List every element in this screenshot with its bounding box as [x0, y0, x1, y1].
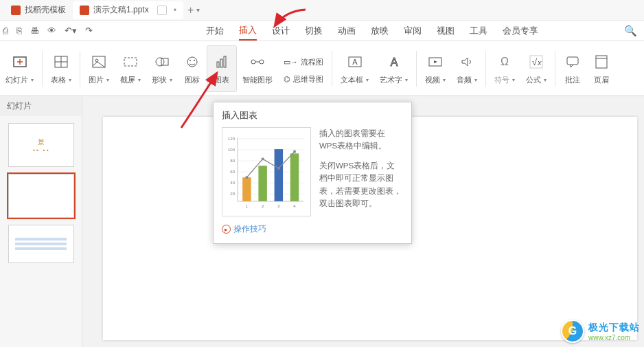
- tooltip-insert-chart: 插入图表 120 100 80 60 40 20: [213, 102, 412, 244]
- svg-text:A: A: [390, 56, 398, 68]
- ribbon-smartart[interactable]: 智能图形: [237, 45, 278, 92]
- svg-text:2: 2: [262, 203, 264, 208]
- svg-rect-44: [242, 177, 251, 201]
- new-tab-button[interactable]: + ▾: [187, 4, 200, 16]
- symbol-icon: Ω: [496, 53, 514, 71]
- ribbon-label: 流程图: [301, 57, 323, 67]
- separator: [80, 51, 80, 87]
- tooltip-para-2: 关闭WPS表格后，文档中即可正常显示图表，若需要更改图表，双击图表即可。: [319, 159, 403, 210]
- ribbon-chart[interactable]: 图表: [207, 45, 237, 92]
- shapes-icon: [153, 53, 171, 71]
- menu-member[interactable]: 会员专享: [503, 21, 538, 41]
- menu-view[interactable]: 视图: [437, 21, 455, 41]
- equation-icon: √x: [527, 53, 545, 71]
- save-icon[interactable]: ⎙: [3, 25, 8, 36]
- docer-icon: [11, 5, 21, 15]
- ribbon-shapes[interactable]: 形状: [146, 45, 178, 92]
- redo-icon[interactable]: ↷: [85, 25, 93, 36]
- menu-transition[interactable]: 切换: [305, 21, 323, 41]
- video-icon: [426, 53, 444, 71]
- ribbon-insert: 幻灯片 表格 图片 截屏 形状 图标 图表 智能图形 ▭→ 流程图 ⌬ 思维导图: [0, 41, 644, 96]
- svg-point-13: [194, 60, 195, 61]
- menu-start[interactable]: 开始: [206, 21, 224, 41]
- main-menu: 开始 插入 设计 切换 动画 放映 审阅 视图 工具 会员专享: [206, 21, 538, 41]
- ribbon-icons[interactable]: 图标: [178, 45, 207, 92]
- ribbon-comment[interactable]: 批注: [558, 45, 587, 92]
- svg-text:40: 40: [230, 180, 235, 185]
- svg-text:x: x: [537, 58, 542, 67]
- svg-text:A: A: [352, 58, 358, 66]
- ribbon-screenshot[interactable]: 截屏: [115, 45, 146, 92]
- slide-thumbnail-3[interactable]: [8, 225, 74, 263]
- ribbon-label: 符号: [494, 75, 515, 85]
- slide-thumbnail-2[interactable]: [8, 174, 74, 218]
- ribbon-equation[interactable]: √x 公式: [520, 45, 552, 92]
- menu-bar: ⎙ ⎘ 🖶 👁 ↶▾ ↷ 开始 插入 设计 切换 动画 放映 审阅 视图 工具 …: [0, 21, 644, 41]
- smartart-icon: [249, 53, 266, 71]
- tab-presentation-1[interactable]: 演示文稿1.pptx •: [73, 1, 183, 19]
- tooltip-tips-link[interactable]: ▸ 操作技巧: [222, 223, 403, 235]
- svg-rect-28: [596, 56, 607, 68]
- svg-text:100: 100: [228, 147, 235, 152]
- search-icon[interactable]: 🔍: [624, 25, 637, 37]
- tab-dot-icon[interactable]: •: [174, 5, 176, 15]
- plus-icon: +: [187, 4, 194, 16]
- print-icon[interactable]: 🖶: [30, 25, 39, 36]
- chevron-down-icon[interactable]: ▾: [196, 6, 200, 14]
- menu-review[interactable]: 审阅: [404, 21, 422, 41]
- menu-slideshow[interactable]: 放映: [371, 21, 389, 41]
- ribbon-new-slide[interactable]: 幻灯片: [0, 45, 39, 92]
- separator: [416, 51, 417, 87]
- undo-icon[interactable]: ↶▾: [65, 25, 77, 36]
- ribbon-table[interactable]: 表格: [45, 45, 77, 92]
- mindmap-icon: ⌬: [284, 75, 290, 84]
- svg-point-18: [260, 60, 264, 64]
- slide-thumbnail-1[interactable]: 景 ▪ ▪ ▪ ▪: [8, 123, 74, 167]
- svg-rect-10: [161, 58, 168, 65]
- svg-text:√: √: [532, 57, 538, 67]
- ribbon-label: 截屏: [120, 75, 141, 85]
- tab-label: 演示文稿1.pptx: [93, 4, 149, 16]
- menu-insert[interactable]: 插入: [239, 21, 257, 41]
- ribbon-label: 幻灯片: [5, 75, 34, 85]
- export-icon[interactable]: ⎘: [16, 25, 22, 36]
- separator: [42, 51, 43, 87]
- svg-point-17: [251, 60, 255, 64]
- table-icon: [52, 53, 70, 71]
- svg-rect-45: [258, 166, 266, 201]
- ribbon-video[interactable]: 视频: [419, 45, 451, 92]
- ribbon-label: 形状: [152, 75, 172, 85]
- ribbon-symbol[interactable]: Ω 符号: [489, 45, 520, 92]
- preview-icon[interactable]: 👁: [47, 25, 56, 36]
- ppt-icon: [80, 5, 89, 15]
- ribbon-wordart[interactable]: A 艺术字: [374, 45, 413, 92]
- ribbon-textbox[interactable]: A 文本框: [335, 45, 374, 92]
- tab-docer-templates[interactable]: 找稻壳模板: [4, 1, 73, 19]
- audio-icon: [458, 53, 476, 71]
- watermark-url: www.xz7.com: [588, 334, 640, 342]
- menu-animation[interactable]: 动画: [338, 21, 356, 41]
- ribbon-label: 图表: [214, 75, 229, 85]
- ribbon-picture[interactable]: 图片: [83, 45, 115, 92]
- watermark-logo: G: [561, 320, 584, 343]
- menu-design[interactable]: 设计: [272, 21, 290, 41]
- tab-window-icon[interactable]: [157, 5, 167, 15]
- svg-rect-51: [293, 150, 296, 153]
- ribbon-label: 公式: [526, 75, 547, 85]
- slide-panel: 幻灯片 景 ▪ ▪ ▪ ▪: [0, 96, 82, 347]
- picture-icon: [90, 53, 108, 71]
- svg-rect-14: [217, 62, 219, 67]
- ribbon-label: 图标: [185, 75, 200, 85]
- menu-tools[interactable]: 工具: [470, 21, 487, 41]
- ribbon-label: 思维导图: [293, 74, 323, 85]
- ribbon-label: 智能图形: [242, 75, 273, 85]
- tooltip-chart-preview: 120 100 80 60 40 20: [222, 127, 311, 216]
- watermark-name: 极光下载站: [588, 322, 640, 334]
- separator: [485, 51, 486, 87]
- ribbon-audio[interactable]: 音频: [451, 45, 483, 92]
- svg-rect-50: [277, 167, 280, 170]
- quick-access-toolbar: ⎙ ⎘ 🖶 👁 ↶▾ ↷: [3, 25, 93, 36]
- svg-text:1: 1: [246, 203, 249, 208]
- ribbon-header[interactable]: 页眉: [587, 45, 616, 92]
- ribbon-flowchart-mindmap[interactable]: ▭→ 流程图 ⌬ 思维导图: [278, 45, 329, 92]
